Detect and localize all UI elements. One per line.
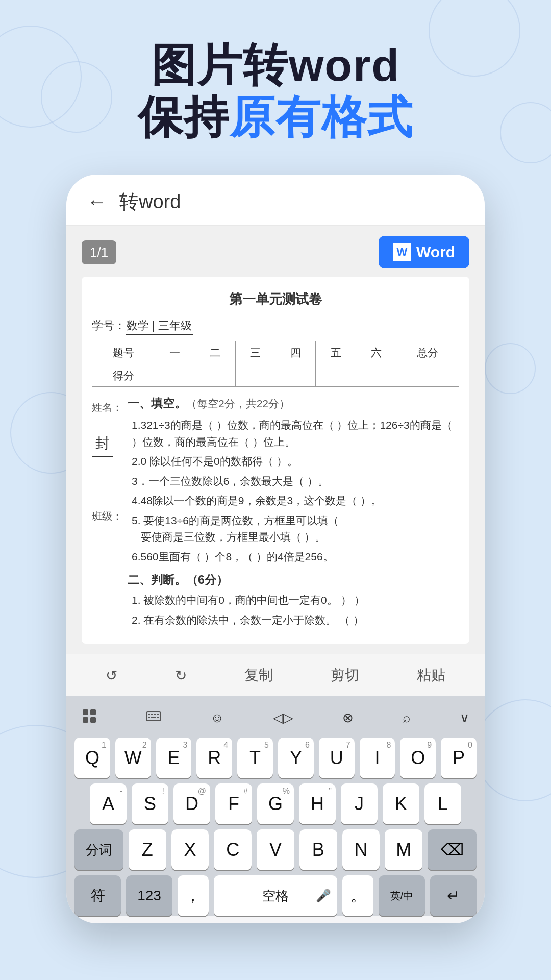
word-button-label: Word xyxy=(416,243,455,261)
kb-keyboard-icon[interactable] xyxy=(141,705,166,730)
keyboard-area: ☺ ◁▷ ⊗ ⌕ ∨ 1Q 2W 3E 4R 5T 6Y 7U 8I 9O xyxy=(66,696,485,916)
key-lang[interactable]: 英/中 xyxy=(379,875,425,916)
paste-button[interactable]: 粘贴 xyxy=(411,664,452,687)
score-table: 题号 一 二 三 四 五 六 总分 得分 xyxy=(92,341,459,387)
key-i[interactable]: 8I xyxy=(360,738,395,778)
svg-rect-1 xyxy=(90,709,96,715)
judge-1: 1. 被除数的中间有0，商的中间也一定有0。 ） ） xyxy=(128,592,459,609)
backspace-icon: ⌫ xyxy=(441,840,464,860)
keyboard-row-1: 1Q 2W 3E 4R 5T 6Y 7U 8I 9O 0P xyxy=(74,738,477,778)
edit-toolbar: ↺ ↻ 复制 剪切 粘贴 xyxy=(66,654,485,696)
keyboard-row-2: -A !S @D #F %G "H J K L xyxy=(74,783,477,824)
kb-cursor-icon[interactable]: ◁▷ xyxy=(268,707,298,729)
kb-link-icon[interactable]: ⊗ xyxy=(337,707,359,729)
key-u[interactable]: 7U xyxy=(319,738,355,778)
keyboard-row-3: 分词 Z X C V B N M ⌫ xyxy=(74,829,477,870)
svg-rect-7 xyxy=(154,714,156,715)
doc-info-value: 数学 三年级 xyxy=(126,316,193,335)
question-4: 4.48除以一个数的商是9，余数是3，这个数是（ ）。 xyxy=(128,493,459,509)
key-e[interactable]: 3E xyxy=(156,738,192,778)
key-t[interactable]: 5T xyxy=(237,738,273,778)
kb-search-icon[interactable]: ⌕ xyxy=(397,707,416,729)
undo-button[interactable]: ↺ xyxy=(99,665,123,686)
key-k[interactable]: K xyxy=(383,783,419,824)
svg-rect-4 xyxy=(146,712,161,721)
svg-rect-2 xyxy=(83,717,88,723)
key-fenci[interactable]: 分词 xyxy=(74,829,123,870)
redo-button[interactable]: ↻ xyxy=(169,665,193,686)
key-b[interactable]: B xyxy=(299,829,337,870)
key-symbol[interactable]: 符 xyxy=(74,875,121,916)
key-g[interactable]: %G xyxy=(257,783,294,824)
word-export-button[interactable]: W Word xyxy=(379,236,469,268)
key-v[interactable]: V xyxy=(257,829,294,870)
svg-rect-9 xyxy=(148,717,150,718)
svg-rect-11 xyxy=(157,717,159,718)
hero-section: 图片转word 保持原有格式 xyxy=(0,0,551,164)
key-p[interactable]: 0P xyxy=(441,738,477,778)
phone-mockup: ← 转word 1/1 W Word 第一单元测试卷 学号： xyxy=(66,175,485,923)
svg-rect-8 xyxy=(157,714,159,715)
key-j[interactable]: J xyxy=(341,783,378,824)
key-w[interactable]: 2W xyxy=(115,738,151,778)
hero-line1: 图片转word xyxy=(0,41,551,90)
judge-2: 2. 在有余数的除法中，余数一定小于除数。 （ ） xyxy=(128,612,459,629)
doc-main-title: 第一单元测试卷 xyxy=(92,289,459,310)
key-c[interactable]: C xyxy=(214,829,252,870)
svg-rect-5 xyxy=(148,714,150,715)
key-123[interactable]: 123 xyxy=(126,875,172,916)
key-space[interactable]: 空格 🎤 xyxy=(214,875,338,916)
key-s[interactable]: !S xyxy=(132,783,168,824)
back-button[interactable]: ← xyxy=(87,190,107,213)
key-z[interactable]: Z xyxy=(129,829,166,870)
key-o[interactable]: 9O xyxy=(400,738,436,778)
key-a[interactable]: -A xyxy=(90,783,127,824)
question-3: 3．一个三位数除以6，余数最大是（ ）。 xyxy=(128,473,459,490)
key-l[interactable]: L xyxy=(424,783,461,824)
cursor xyxy=(153,321,154,332)
keyboard-function-row: ☺ ◁▷ ⊗ ⌕ ∨ xyxy=(66,701,485,734)
key-r[interactable]: 4R xyxy=(196,738,232,778)
doc-header-row: 1/1 W Word xyxy=(82,236,469,268)
key-f[interactable]: #F xyxy=(215,783,252,824)
key-x[interactable]: X xyxy=(171,829,209,870)
section1-header: 一、填空。（每空2分，共22分） xyxy=(128,394,459,413)
mic-icon: 🎤 xyxy=(316,889,331,903)
kb-grid-icon[interactable] xyxy=(77,705,102,730)
main-content-area: 姓名： 封 班级： 一、填空。（每空2分，共22分） 1.321÷3的商是（ ）… xyxy=(92,394,459,631)
svg-rect-3 xyxy=(90,717,96,723)
copy-button[interactable]: 复制 xyxy=(238,664,279,687)
question-6: 6.560里面有（ ）个8，（ ）的4倍是256。 xyxy=(128,549,459,566)
key-m[interactable]: M xyxy=(385,829,422,870)
key-h[interactable]: "H xyxy=(299,783,336,824)
section2-header: 二、判断。（6分） xyxy=(128,571,459,590)
key-comma[interactable]: ， xyxy=(178,875,209,916)
svg-rect-6 xyxy=(151,714,153,715)
keyboard-bottom-row: 符 123 ， 空格 🎤 。 英/中 ↵ xyxy=(74,875,477,916)
name-label: 姓名： 封 xyxy=(92,399,122,457)
phone-container: ← 转word 1/1 W Word 第一单元测试卷 学号： xyxy=(0,175,551,923)
kb-emoji-icon[interactable]: ☺ xyxy=(205,707,229,729)
side-labels: 姓名： 封 班级： xyxy=(92,394,122,631)
hero-line2: 保持原有格式 xyxy=(0,90,551,144)
key-period[interactable]: 。 xyxy=(342,875,373,916)
key-enter[interactable]: ↵ xyxy=(430,875,477,916)
svg-rect-0 xyxy=(83,709,88,715)
phone-topbar: ← 转word xyxy=(66,175,485,226)
key-d[interactable]: @D xyxy=(173,783,210,824)
cut-button[interactable]: 剪切 xyxy=(324,664,365,687)
topbar-title: 转word xyxy=(119,189,181,215)
question-5: 5. 要使13÷6的商是两位数，方框里可以填（ 要使商是三位数，方框里最小填（ … xyxy=(128,512,459,546)
doc-info-row: 学号： 数学 三年级 xyxy=(92,316,459,335)
seal-character: 封 xyxy=(92,431,113,457)
document-area: 1/1 W Word 第一单元测试卷 学号： 数学 三年级 xyxy=(66,226,485,654)
key-q[interactable]: 1Q xyxy=(74,738,110,778)
key-y[interactable]: 6Y xyxy=(278,738,314,778)
question-2: 2.0 除以任何不是0的数都得（ ）。 xyxy=(128,453,459,470)
backspace-button[interactable]: ⌫ xyxy=(428,829,477,870)
word-icon: W xyxy=(393,243,411,261)
questions-area: 一、填空。（每空2分，共22分） 1.321÷3的商是（ ）位数，商的最高位在（… xyxy=(128,394,459,631)
kb-collapse-icon[interactable]: ∨ xyxy=(455,707,474,729)
key-n[interactable]: N xyxy=(342,829,380,870)
hero-line2-accent: 原有格式 xyxy=(230,92,413,142)
